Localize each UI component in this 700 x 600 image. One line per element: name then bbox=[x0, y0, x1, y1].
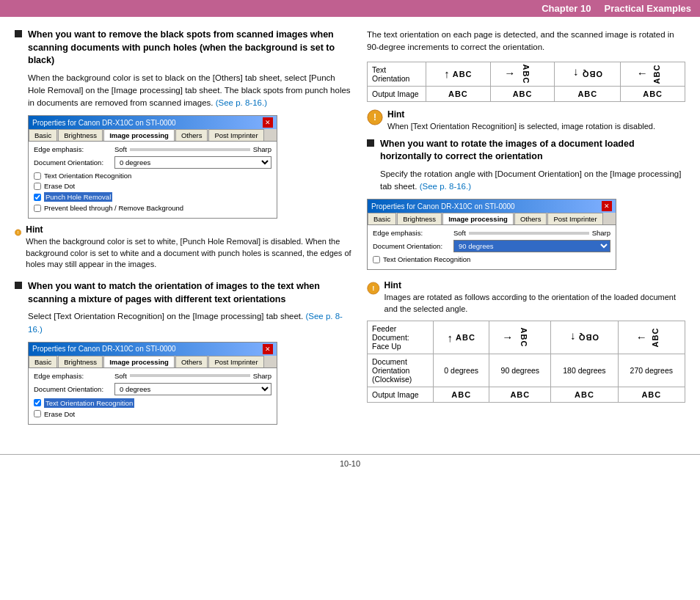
slider-soft-2: Soft bbox=[114, 372, 127, 380]
doc-orient-0: 0 degrees bbox=[434, 354, 489, 387]
dialog-titlebar-3: Properties for Canon DR-X10C on STI-0000… bbox=[368, 200, 616, 213]
cell-abc-up: ↑ ABC bbox=[426, 62, 491, 86]
orient-select-row-1: Document Orientation: 0 degrees bbox=[34, 156, 271, 169]
tab-basic-2[interactable]: Basic bbox=[29, 356, 57, 367]
slider-track-1[interactable] bbox=[130, 148, 250, 151]
checkbox-input-text-orient-1[interactable] bbox=[34, 172, 41, 180]
section-title: When you want to remove the black spots … bbox=[28, 29, 352, 67]
page-number: 10-10 bbox=[340, 459, 360, 468]
checkbox-text-orient-1: Text Orientation Recognition bbox=[34, 172, 271, 180]
orient-label-3: Document Orientation: bbox=[373, 242, 453, 250]
checkbox-input-erase-dot-1[interactable] bbox=[34, 183, 41, 190]
tab-brightness-3[interactable]: Brightness bbox=[397, 213, 442, 224]
tab-image-processing-3[interactable]: Image processing bbox=[442, 213, 514, 224]
tab-others-3[interactable]: Others bbox=[514, 213, 547, 224]
orient-select-row-2: Document Orientation: 0 degrees bbox=[34, 383, 271, 395]
tab-others-2[interactable]: Others bbox=[175, 356, 208, 367]
section-text-orientation: When you want to match the orientation o… bbox=[15, 280, 352, 425]
orient-select-3[interactable]: 90 degrees bbox=[453, 240, 610, 252]
slider-label-2: Edge emphasis: bbox=[34, 372, 114, 380]
slider-sharp-2: Sharp bbox=[253, 372, 271, 380]
cell-content-abc-up: ↑ ABC bbox=[431, 67, 486, 80]
output-abc-3: ABC bbox=[555, 86, 621, 101]
output-abc-4: ABC bbox=[621, 86, 685, 101]
dialog-body-1: Edge emphasis: Soft Sharp Document Orien… bbox=[29, 142, 277, 218]
slider-label-3: Edge emphasis: bbox=[373, 229, 453, 237]
dialog-close-1[interactable]: ✕ bbox=[263, 117, 273, 128]
slider-soft-1: Soft bbox=[114, 145, 127, 153]
right-intro: The text orientation on each page is det… bbox=[367, 29, 685, 54]
svg-text:!: ! bbox=[373, 111, 376, 122]
checkbox-input-text-orient-2[interactable] bbox=[34, 399, 41, 406]
cell-abc-180: ↑ OBQ bbox=[555, 62, 621, 86]
tab-post-imprinter-3[interactable]: Post Imprinter bbox=[547, 213, 602, 224]
checkbox-label-text-orient-1: Text Orientation Recognition bbox=[44, 172, 131, 180]
hint-box-2: ! Hint When [Text Orientation Recognitio… bbox=[367, 109, 685, 132]
table-row-output-2: Output Image ABC ABC ABC ABC bbox=[368, 387, 685, 403]
orient-select-1[interactable]: 0 degrees bbox=[114, 156, 271, 169]
checkbox-label-bleed: Prevent bleed through / Remove Backgroun… bbox=[44, 204, 183, 212]
tab-basic-3[interactable]: Basic bbox=[368, 213, 396, 224]
tab-brightness-2[interactable]: Brightness bbox=[58, 356, 103, 367]
cell-content-abc-90: ↑ ABC bbox=[495, 67, 550, 80]
slider-row-1: Edge emphasis: Soft Sharp bbox=[34, 145, 271, 153]
see-link-2[interactable]: (See p. 8-16.) bbox=[28, 312, 343, 333]
checkbox-input-erase-dot-2[interactable] bbox=[34, 410, 41, 417]
hint-box-1: ! Hint When the background color is set … bbox=[15, 224, 352, 270]
doc-orient-270: 270 degrees bbox=[618, 354, 685, 387]
dialog-mockup-1: Properties for Canon DR-X10C on STI-0000… bbox=[28, 115, 277, 219]
hint-title-2: Hint bbox=[387, 109, 655, 120]
section-heading-rotate: When you want to rotate the images of a … bbox=[367, 138, 685, 164]
checkbox-input-text-orient-3[interactable] bbox=[373, 256, 380, 263]
tab-image-processing-1[interactable]: Image processing bbox=[103, 129, 175, 141]
hint-icon-3: ! bbox=[367, 280, 380, 296]
chapter-label: Chapter 10 bbox=[542, 3, 591, 14]
cell-feeder-90: ↑ ABC bbox=[494, 332, 546, 344]
dialog-body-2: Edge emphasis: Soft Sharp Document Orien… bbox=[29, 368, 277, 424]
see-link-1[interactable]: (See p. 8-16.) bbox=[216, 98, 267, 107]
slider-row-3: Edge emphasis: Soft Sharp bbox=[373, 229, 610, 237]
tab-basic-1[interactable]: Basic bbox=[29, 129, 57, 141]
section-title-rotate: When you want to rotate the images of a … bbox=[380, 138, 685, 164]
feeder-abc-270: ↑ ABC bbox=[618, 321, 685, 354]
checkbox-input-bleed[interactable] bbox=[34, 205, 41, 212]
row-label-text-orient: Text Orientation bbox=[368, 62, 426, 86]
checkbox-input-punch-hole[interactable] bbox=[34, 194, 41, 201]
tab-others-1[interactable]: Others bbox=[175, 129, 208, 141]
dialog-close-3[interactable]: ✕ bbox=[602, 201, 612, 211]
see-link-3[interactable]: (See p. 8-16.) bbox=[420, 182, 471, 191]
dialog-tabs-3: Basic Brightness Image processing Others… bbox=[368, 213, 616, 225]
slider-track-2[interactable] bbox=[130, 374, 250, 377]
dialog-close-2[interactable]: ✕ bbox=[263, 344, 273, 354]
orient-select-row-3: Document Orientation: 90 degrees bbox=[373, 240, 610, 252]
hint-body-1: When the background color is set to whit… bbox=[26, 236, 352, 270]
abc-180: OBQ bbox=[582, 70, 602, 78]
section-rotate-images: When you want to rotate the images of a … bbox=[367, 138, 685, 271]
doc-orient-label: Document Orientation (Clockwise) bbox=[368, 354, 434, 387]
checkbox-text-orient-3: Text Orientation Recognition bbox=[373, 255, 610, 263]
section-heading: When you want to remove the black spots … bbox=[15, 29, 352, 67]
slider-sharp-1: Sharp bbox=[253, 145, 271, 153]
output-label-2: Output Image bbox=[368, 387, 434, 403]
slider-track-3[interactable] bbox=[469, 232, 589, 235]
output2-abc-3: ABC bbox=[551, 387, 618, 403]
cell-abc-270: ↑ ABC bbox=[621, 62, 685, 86]
dialog-tabs-2: Basic Brightness Image processing Others… bbox=[29, 356, 277, 368]
section-heading-2: When you want to match the orientation o… bbox=[15, 280, 352, 306]
output2-abc-2: ABC bbox=[489, 387, 551, 403]
orient-select-2[interactable]: 0 degrees bbox=[114, 383, 271, 395]
tab-post-imprinter-2[interactable]: Post Imprinter bbox=[208, 356, 263, 367]
orient-label-1: Document Orientation: bbox=[34, 158, 114, 167]
section-body-2: Select [Text Orientation Recognition] on… bbox=[28, 310, 352, 336]
hint-title-3: Hint bbox=[384, 280, 685, 290]
tab-post-imprinter-1[interactable]: Post Imprinter bbox=[208, 129, 263, 141]
tab-image-processing-2[interactable]: Image processing bbox=[103, 356, 175, 367]
table-row-doc-orientation: Document Orientation (Clockwise) 0 degre… bbox=[368, 354, 685, 387]
slider-soft-3: Soft bbox=[453, 229, 466, 237]
dialog-tabs-1: Basic Brightness Image processing Others… bbox=[29, 129, 277, 142]
hint-body-2: When [Text Orientation Recognition] is s… bbox=[387, 121, 655, 132]
tab-brightness-1[interactable]: Brightness bbox=[58, 129, 103, 141]
hint-content-1: Hint When the background color is set to… bbox=[26, 224, 352, 270]
feeder-abc-270-text: ABC bbox=[652, 328, 660, 348]
dialog-mockup-2: Properties for Canon DR-X10C on STI-0000… bbox=[28, 342, 277, 425]
